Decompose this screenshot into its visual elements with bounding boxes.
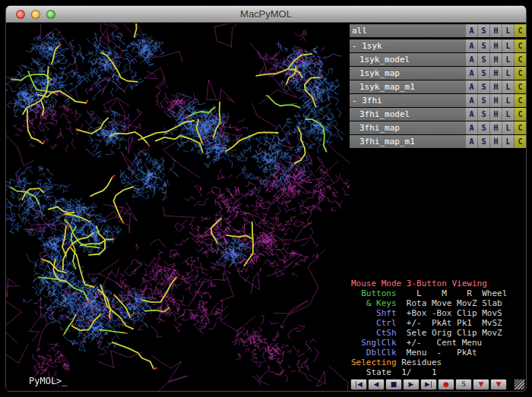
vcr-step-back-button[interactable]: ◀ <box>368 379 385 390</box>
vcr-scene-button[interactable]: S <box>455 379 472 390</box>
object-name[interactable]: 1syk_map_m1 <box>350 80 465 93</box>
row-action-l-button[interactable]: L <box>502 80 514 93</box>
row-action-l-button[interactable]: L <box>502 67 514 80</box>
row-action-s-button[interactable]: S <box>478 53 489 66</box>
snglclk-row: SnglClk +/- Cent Menu <box>351 338 526 348</box>
vcr-page-down-2-button[interactable]: ▼ <box>490 379 507 390</box>
row-action-a-button[interactable]: A <box>466 67 477 80</box>
row-action-l-button[interactable]: L <box>502 121 514 134</box>
row-action-c-button[interactable]: C <box>515 39 526 52</box>
shift-row-text: Shft <box>351 308 397 318</box>
row-action-a-button[interactable]: A <box>466 53 477 66</box>
object-name[interactable]: 1syk_map <box>350 67 465 80</box>
control-panel: all ASHLC - 1syk ASHLC 1syk_model ASHLC … <box>350 24 526 391</box>
buttons-header-line-text: Buttons <box>351 288 397 298</box>
row-action-l-button[interactable]: L <box>502 94 514 107</box>
row-action-h-button[interactable]: H <box>490 39 502 52</box>
app-window: MacPyMOL PyMOL>_ all ASHLC - 1syk ASHLC … <box>5 5 527 392</box>
vcr-play-button[interactable]: ▶ <box>403 379 420 390</box>
row-action-c-button[interactable]: C <box>515 94 526 107</box>
object-action-buttons: ASHLC <box>465 121 526 134</box>
row-action-c-button[interactable]: C <box>515 135 526 148</box>
object-name[interactable]: - 1syk <box>350 39 465 52</box>
ctsh-row: CtSh Sele Orig Clip MovZ <box>351 328 526 338</box>
row-action-a-button[interactable]: A <box>466 121 477 134</box>
title-bar[interactable]: MacPyMOL <box>6 6 526 23</box>
vcr-page-down-button[interactable]: ▼ <box>473 379 489 390</box>
row-action-l-button[interactable]: L <box>502 135 514 148</box>
row-action-c-button[interactable]: C <box>515 53 526 66</box>
snglclk-row-text: SnglClk <box>351 338 397 348</box>
command-prompt[interactable]: PyMOL>_ <box>29 376 68 386</box>
row-action-c-button[interactable]: C <box>515 121 526 134</box>
row-action-c-button[interactable]: C <box>515 108 526 121</box>
row-action-a-button[interactable]: A <box>466 80 477 93</box>
row-action-a-button[interactable]: A <box>466 94 477 107</box>
row-action-s-button[interactable]: S <box>478 94 489 107</box>
object-row-3fhi_map_m1: 3fhi_map_m1 ASHLC <box>350 135 526 148</box>
object-action-buttons: ASHLC <box>465 80 526 93</box>
object-name[interactable]: 3fhi_map_m1 <box>350 135 465 148</box>
row-action-h-button[interactable]: H <box>490 94 502 107</box>
object-action-buttons: ASHLC <box>465 39 526 52</box>
object-row-all: all ASHLC <box>350 24 526 37</box>
row-action-h-button[interactable]: H <box>490 80 502 93</box>
object-name[interactable]: 3fhi_model <box>350 108 465 121</box>
row-action-h-button[interactable]: H <box>490 135 502 148</box>
shift-row: Shft +Box -Box Clip MovS <box>351 308 526 318</box>
row-action-c-button[interactable]: C <box>515 24 526 37</box>
row-action-l-button[interactable]: L <box>502 53 514 66</box>
row-action-l-button[interactable]: L <box>502 39 514 52</box>
resize-grip-icon[interactable] <box>514 379 525 390</box>
dblclk-row-text: DblClk <box>351 348 397 358</box>
row-action-c-button[interactable]: C <box>515 67 526 80</box>
row-action-a-button[interactable]: A <box>466 24 477 37</box>
keys-row-text: & Keys <box>351 298 397 308</box>
object-action-buttons: ASHLC <box>465 94 526 107</box>
object-row-1syk: - 1syk ASHLC <box>350 39 526 52</box>
row-action-c-button[interactable]: C <box>515 80 526 93</box>
molecule-render[interactable] <box>6 24 350 391</box>
selecting-mode-line[interactable]: Selecting Residues <box>351 358 526 367</box>
object-action-buttons: ASHLC <box>465 135 526 148</box>
buttons-header-line: Buttons L M R Wheel <box>351 288 526 298</box>
row-action-a-button[interactable]: A <box>466 135 477 148</box>
state-line[interactable]: State 1/ 1 <box>351 367 526 377</box>
object-name[interactable]: 1syk_model <box>350 53 465 66</box>
row-action-s-button[interactable]: S <box>478 135 489 148</box>
row-action-s-button[interactable]: S <box>478 24 489 37</box>
vcr-record-button[interactable]: ● <box>438 379 454 390</box>
row-action-l-button[interactable]: L <box>502 24 514 37</box>
row-action-h-button[interactable]: H <box>490 53 502 66</box>
row-action-a-button[interactable]: A <box>466 108 477 121</box>
row-action-h-button[interactable]: H <box>490 24 502 37</box>
object-row-3fhi: - 3fhi ASHLC <box>350 94 526 107</box>
state-line-text: State 1/ 1 <box>351 367 437 377</box>
object-name[interactable]: all <box>350 24 465 37</box>
row-action-s-button[interactable]: S <box>478 39 489 52</box>
row-action-s-button[interactable]: S <box>478 80 489 93</box>
viewport-3d[interactable]: PyMOL>_ <box>6 24 350 391</box>
prompt-label: PyMOL> <box>29 376 62 386</box>
buttons-header-line-text: L M R Wheel <box>397 288 508 298</box>
row-action-a-button[interactable]: A <box>466 39 477 52</box>
mouse-mode-line[interactable]: Mouse Mode 3-Button Viewing <box>351 279 526 288</box>
vcr-rewind-button[interactable]: |◀ <box>350 379 367 390</box>
dblclk-row-text: Menu - PkAt <box>397 348 477 358</box>
row-action-s-button[interactable]: S <box>478 67 489 80</box>
vcr-stop-button[interactable]: ■ <box>385 379 402 390</box>
vcr-fast-forward-button[interactable]: ▶| <box>420 379 437 390</box>
object-name[interactable]: - 3fhi <box>350 94 465 107</box>
row-action-s-button[interactable]: S <box>478 121 489 134</box>
row-action-s-button[interactable]: S <box>478 108 489 121</box>
row-action-h-button[interactable]: H <box>490 67 502 80</box>
dblclk-row: DblClk Menu - PkAt <box>351 348 526 358</box>
object-name[interactable]: 3fhi_map <box>350 121 465 134</box>
ctsh-row-text: Sele Orig Clip MovZ <box>397 328 502 338</box>
row-action-h-button[interactable]: H <box>490 121 502 134</box>
selecting-mode-line-text: Selecting <box>351 358 401 367</box>
text-cursor: _ <box>62 376 67 386</box>
row-action-h-button[interactable]: H <box>490 108 502 121</box>
object-action-buttons: ASHLC <box>465 53 526 66</box>
row-action-l-button[interactable]: L <box>502 108 514 121</box>
